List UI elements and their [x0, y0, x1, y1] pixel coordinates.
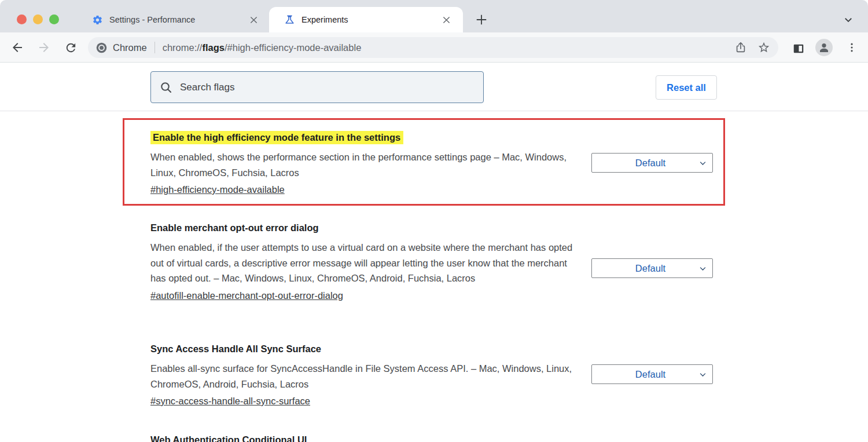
flag-permalink[interactable]: #high-efficiency-mode-available: [150, 184, 285, 195]
flag-description: Enables all-sync surface for SyncAccessH…: [150, 361, 582, 392]
new-tab-icon: [475, 13, 488, 26]
flag-value-select[interactable]: Default: [591, 258, 713, 278]
flag-permalink[interactable]: #autofill-enable-merchant-opt-out-error-…: [150, 290, 343, 301]
reload-icon: [64, 41, 78, 54]
kebab-menu-icon: [846, 42, 858, 53]
flag-row-merchant-opt-out: Enable merchant opt-out error dialog Whe…: [150, 221, 729, 301]
tab-strip: Settings - Performance Experiments: [0, 0, 868, 32]
highlighted-text: Enable the high efficiency mode feature …: [150, 131, 403, 144]
avatar-icon: [817, 41, 831, 54]
tab-search-button[interactable]: [840, 12, 856, 28]
flag-permalink[interactable]: #sync-access-handle-all-sync-surface: [150, 396, 310, 407]
close-icon[interactable]: [250, 16, 258, 24]
flag-row-web-authentication: Web Authentication Conditional UI: [150, 433, 729, 442]
flag-row-sync-access-handle: Sync Access Handle All Sync Surface Enab…: [150, 342, 729, 407]
selected-value: Default: [592, 369, 698, 380]
side-panel-button[interactable]: [790, 41, 807, 57]
bookmark-button[interactable]: [757, 41, 770, 54]
tab-title: Experiments: [301, 15, 348, 24]
forward-button[interactable]: [36, 39, 52, 56]
window-close-button[interactable]: [17, 14, 27, 24]
chrome-badge-icon: [95, 42, 108, 54]
gear-icon: [92, 14, 103, 25]
side-panel-icon: [792, 42, 805, 55]
select-chevron-icon: [698, 264, 707, 273]
selected-value: Default: [592, 158, 698, 169]
flags-page: Reset all Enable the high efficiency mod…: [0, 63, 868, 442]
flag-title: Enable merchant opt-out error dialog: [150, 221, 729, 235]
site-label: Chrome: [113, 42, 147, 53]
close-icon[interactable]: [443, 16, 450, 24]
back-icon: [10, 41, 24, 54]
new-tab-button[interactable]: [473, 12, 490, 28]
search-icon: [159, 81, 173, 94]
flag-title: Web Authentication Conditional UI: [150, 433, 729, 442]
chevron-down-icon: [843, 14, 854, 25]
flag-row-high-efficiency-mode: Enable the high efficiency mode feature …: [150, 130, 729, 195]
profile-button[interactable]: [815, 39, 833, 56]
flag-value-select[interactable]: Default: [591, 153, 713, 173]
share-button[interactable]: [734, 41, 747, 54]
browser-toolbar: Chrome chrome://flags/#high-efficiency-m…: [0, 32, 868, 63]
search-flags-box[interactable]: [150, 71, 484, 103]
reset-all-button[interactable]: Reset all: [656, 75, 717, 100]
flag-value-select[interactable]: Default: [591, 364, 713, 384]
tab-title: Settings - Performance: [109, 15, 195, 24]
flag-description: When enabled, shows the performance sect…: [150, 149, 582, 180]
window-zoom-button[interactable]: [49, 14, 59, 24]
star-icon: [757, 41, 770, 54]
address-bar[interactable]: Chrome chrome://flags/#high-efficiency-m…: [88, 37, 778, 58]
share-icon: [734, 41, 747, 54]
selected-value: Default: [592, 263, 698, 274]
flag-title: Sync Access Handle All Sync Surface: [150, 342, 729, 356]
search-input[interactable]: [179, 81, 475, 94]
menu-button[interactable]: [844, 39, 860, 56]
reload-button[interactable]: [62, 39, 79, 56]
url-text: chrome://flags/#high-efficiency-mode-ava…: [163, 42, 362, 53]
forward-icon: [37, 41, 51, 54]
flag-title: Enable the high efficiency mode feature …: [150, 130, 729, 144]
omnibox-divider: [155, 42, 155, 53]
flask-icon: [284, 14, 295, 25]
window-minimize-button[interactable]: [33, 14, 43, 24]
flag-description: When enabled, if the user attempts to us…: [150, 240, 582, 286]
back-button[interactable]: [9, 39, 25, 56]
select-chevron-icon: [698, 370, 707, 379]
section-divider: [0, 111, 868, 111]
tab-settings-performance[interactable]: Settings - Performance: [78, 7, 269, 32]
select-chevron-icon: [698, 159, 707, 167]
tab-experiments[interactable]: Experiments: [269, 7, 463, 32]
browser-window: Settings - Performance Experiments: [0, 0, 868, 442]
